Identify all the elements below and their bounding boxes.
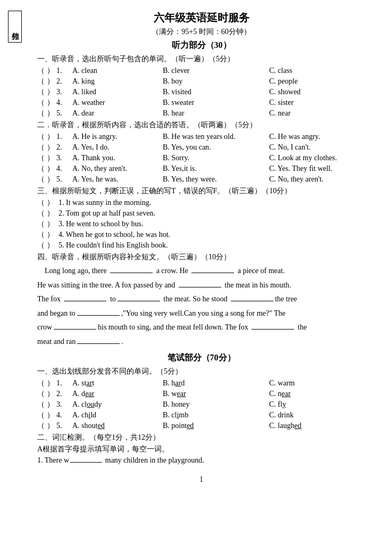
q-num: 1. (56, 379, 72, 388)
table-row: （ ） 2. A. king B. boy C. people (37, 77, 365, 86)
passage-indent: Long long ago, there (37, 267, 109, 275)
opt-a: A. child (72, 411, 163, 419)
opt-a: A. dear (72, 390, 163, 398)
paren: （ (37, 164, 47, 174)
q-num: 2. (56, 390, 72, 398)
opt-c: C. Look at my clothes. (269, 154, 337, 162)
paren: ） (47, 410, 56, 420)
paren: ） (47, 400, 56, 409)
opt-a: A. He is angry. (72, 133, 163, 141)
paren: ） (47, 109, 56, 118)
paren: ） (47, 230, 56, 240)
opt-b: B. climb (163, 411, 269, 419)
q-num: 2. (56, 143, 72, 152)
paren: （ (37, 421, 47, 431)
q-num: 4. (56, 164, 72, 173)
opt-c: C. people (269, 77, 333, 86)
q-num: 1. (56, 133, 72, 141)
table-row: （ ） 1. A. He is angry. B. He was ten yea… (37, 132, 365, 142)
paren: ） (47, 153, 56, 163)
part4-instruction: 四、听录音，根据所听内容补全短文。（听三遍）（10分） (37, 252, 365, 262)
table-row: （ ） 4. A. weather B. sweater C. sister (37, 98, 365, 108)
q-num: 5. (56, 422, 72, 430)
blank-7 (77, 315, 120, 316)
q-text: 1. It was sunny in the morning. (59, 199, 151, 207)
table-row: （ ） 3. A. liked B. visited C. showed (37, 87, 365, 97)
paren: （ (37, 219, 47, 229)
paren: （ (37, 109, 47, 118)
q-num: 4. (56, 411, 72, 419)
part5-instruction: 一、选出划线部分发音不同的单词。（5分） (37, 367, 365, 376)
part3-instruction: 三、根据所听短文，判断正误，正确的写T，错误的写F。（听三遍）（10分） (37, 186, 365, 196)
q-num: 5. (56, 109, 72, 118)
paren: ） (47, 198, 56, 208)
opt-b: B. wear (163, 390, 269, 398)
table-row: （ ） 1. It was sunny in the morning. (37, 198, 365, 208)
q-num: 4. (56, 98, 72, 107)
q-num: 3. (56, 154, 72, 162)
paren: （ (37, 209, 47, 218)
opt-c: C. No, I can't. (269, 143, 333, 152)
opt-b: B. Yes, they were. (163, 175, 269, 184)
blank-w (70, 462, 102, 463)
opt-c: C. drink (269, 411, 333, 419)
table-row: （ ） 5. A. Yes, he was. B. Yes, they were… (37, 175, 365, 184)
paren: ） (47, 421, 56, 431)
opt-c: C. near (269, 390, 333, 398)
passage: Long long ago, there a crow. He a piece … (37, 264, 365, 349)
blank-5 (118, 301, 160, 301)
paren: （ (37, 87, 47, 97)
paren: ） (47, 132, 56, 142)
table-row: （ ） 5. A. shouted B. pointed C. laughed (37, 421, 365, 431)
paren: （ (37, 77, 47, 86)
blank-6 (231, 301, 273, 301)
opt-b: B. Yes,it is. (163, 164, 269, 173)
part6-q1: 1. There w many children in the playgrou… (37, 456, 365, 465)
table-row: （ ） 4. A. child B. climb C. drink (37, 410, 365, 420)
blank-9 (252, 329, 294, 330)
blank-3 (179, 287, 221, 287)
opt-b: B. boy (163, 77, 269, 86)
blank-8 (54, 329, 96, 330)
q-text: 2. Tom got up at half past seven. (59, 209, 155, 218)
table-row: （ ） 2. A. dear B. wear C. near (37, 389, 365, 399)
opt-c: C. He was angry. (269, 133, 333, 141)
opt-c: C. Yes. They fit well. (269, 164, 333, 173)
paren: ） (47, 143, 56, 152)
blank-10 (77, 343, 120, 344)
paren: （ (37, 389, 47, 399)
opt-c: C. class (269, 67, 333, 75)
opt-a: A. Yes, he was. (72, 175, 163, 184)
paren: （ (37, 132, 47, 142)
opt-a: A. clean (72, 67, 163, 75)
part6-subA: A根据首字母提示填写单词，每空一词。 (37, 445, 365, 454)
q-text: 4. When he got to school, he was hot. (59, 231, 170, 239)
paren: （ (37, 410, 47, 420)
opt-a: A. Yes, I do. (72, 143, 163, 152)
blank-2 (191, 273, 234, 273)
opt-b: B. hear (163, 109, 269, 118)
opt-c: C. near (269, 109, 333, 118)
q-text: 3. He went to school by bus. (59, 220, 143, 228)
opt-c: C. No, they aren't. (269, 175, 333, 184)
opt-b: B. hard (163, 379, 269, 388)
opt-c: C. fly (269, 400, 333, 409)
opt-a: A. start (72, 379, 163, 388)
q-num: 3. (56, 400, 72, 409)
opt-a: A. weather (72, 98, 163, 107)
paren: ） (47, 219, 56, 229)
paren: ） (47, 98, 56, 108)
q-text: 5. He couldn't find his English book. (59, 241, 168, 250)
paren: ） (47, 175, 56, 184)
table-row: （ ） 1. A. clean B. clever C. class (37, 66, 365, 76)
opt-a: A. shouted (72, 422, 163, 430)
blank-4 (64, 301, 106, 301)
opt-c: C. sister (269, 98, 333, 107)
paren: （ (37, 175, 47, 184)
listening-section-title: 听力部分（30） (37, 40, 365, 51)
paren: ） (47, 241, 56, 250)
writing-section-title: 笔试部分（70分） (37, 352, 365, 364)
opt-b: B. pointed (163, 422, 269, 430)
q-num: 5. (56, 175, 72, 184)
paren: ） (47, 379, 56, 388)
